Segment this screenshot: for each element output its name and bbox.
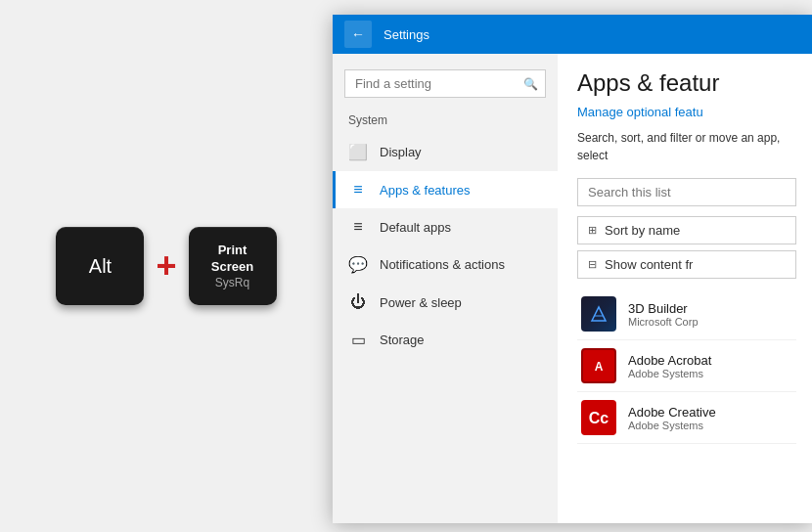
power-icon: ⏻ <box>348 293 368 311</box>
svg-text:Cc: Cc <box>589 410 609 426</box>
app-publisher-acrobat: Adobe Systems <box>628 368 792 379</box>
printscreen-line2: Screen <box>211 259 253 274</box>
panel-description: Search, sort, and filter or move an app,… <box>577 129 796 164</box>
app-info-3dbuilder: 3D Builder Microsoft Corp <box>628 301 792 328</box>
title-bar: ← Settings <box>333 15 812 54</box>
app-name-3dbuilder: 3D Builder <box>628 301 792 316</box>
search-list-input[interactable] <box>577 178 796 206</box>
table-row[interactable]: A Adobe Acrobat Adobe Systems <box>577 340 796 392</box>
app-info-creative: Adobe Creative Adobe Systems <box>628 405 792 431</box>
show-icon: ⊟ <box>588 258 597 271</box>
display-icon: ⬜ <box>348 143 368 161</box>
settings-window: ← Settings 🔍 System ⬜ Display ≡ Apps & f… <box>333 15 812 523</box>
sidebar-item-default-apps[interactable]: ≡ Default apps <box>333 208 558 245</box>
app-list: 3D Builder Microsoft Corp A Adobe Acroba… <box>577 288 796 444</box>
table-row[interactable]: 3D Builder Microsoft Corp <box>577 288 796 340</box>
printscreen-line3: SysRq <box>215 276 249 289</box>
printscreen-key: Print Screen SysRq <box>189 227 277 305</box>
app-icon-creative: Cc <box>581 400 616 435</box>
storage-label: Storage <box>380 332 425 347</box>
app-publisher-creative: Adobe Systems <box>628 420 792 431</box>
sidebar-item-storage[interactable]: ▭ Storage <box>333 321 558 359</box>
sidebar-item-display[interactable]: ⬜ Display <box>333 133 558 171</box>
display-label: Display <box>380 145 422 159</box>
search-icon: 🔍 <box>523 77 538 91</box>
keyboard-shortcut: Alt + Print Screen SysRq <box>56 227 276 305</box>
svg-text:A: A <box>595 360 604 374</box>
alt-key-label: Alt <box>89 255 112 278</box>
main-content: 🔍 System ⬜ Display ≡ Apps & features ≡ D… <box>333 54 812 523</box>
app-info-acrobat: Adobe Acrobat Adobe Systems <box>628 353 792 379</box>
app-name-acrobat: Adobe Acrobat <box>628 353 792 368</box>
manage-optional-features-link[interactable]: Manage optional featu <box>577 105 796 119</box>
app-icon-acrobat: A <box>581 348 616 383</box>
sidebar: 🔍 System ⬜ Display ≡ Apps & features ≡ D… <box>333 54 558 523</box>
app-icon-3dbuilder <box>581 296 616 332</box>
power-label: Power & sleep <box>380 295 462 310</box>
panel-title: Apps & featur <box>577 69 796 97</box>
storage-icon: ▭ <box>348 331 368 349</box>
plus-icon: + <box>156 245 176 287</box>
apps-label: Apps & features <box>380 183 471 198</box>
printscreen-line1: Print <box>218 243 248 257</box>
sidebar-item-notifications[interactable]: 💬 Notifications & actions <box>333 245 558 284</box>
table-row[interactable]: Cc Adobe Creative Adobe Systems <box>577 392 796 444</box>
right-panel: Apps & featur Manage optional featu Sear… <box>558 54 812 523</box>
window-title: Settings <box>383 27 429 42</box>
show-content-button[interactable]: ⊟ Show content fr <box>577 250 796 279</box>
show-label: Show content fr <box>605 257 693 272</box>
section-label: System <box>333 110 558 133</box>
sidebar-item-apps[interactable]: ≡ Apps & features <box>333 171 558 208</box>
alt-key: Alt <box>56 227 144 305</box>
default-apps-icon: ≡ <box>348 218 368 236</box>
find-setting-input[interactable] <box>344 69 546 98</box>
notifications-label: Notifications & actions <box>380 257 505 272</box>
sort-icon: ⊞ <box>588 224 597 237</box>
apps-icon: ≡ <box>348 181 368 199</box>
app-name-creative: Adobe Creative <box>628 405 792 420</box>
sidebar-item-power[interactable]: ⏻ Power & sleep <box>333 284 558 321</box>
app-publisher-3dbuilder: Microsoft Corp <box>628 316 792 328</box>
default-apps-label: Default apps <box>380 220 451 235</box>
sort-by-name-button[interactable]: ⊞ Sort by name <box>577 216 796 244</box>
sort-label: Sort by name <box>605 223 680 238</box>
back-button[interactable]: ← <box>344 21 372 48</box>
notifications-icon: 💬 <box>348 255 368 274</box>
search-box: 🔍 <box>344 69 546 98</box>
tutorial-area: Alt + Print Screen SysRq <box>0 0 333 532</box>
